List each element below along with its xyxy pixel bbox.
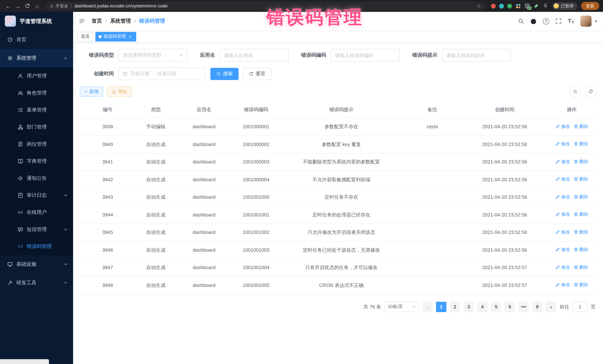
check-extension-icon[interactable]: ✓ bbox=[507, 3, 512, 8]
edit-link[interactable]: 修改 bbox=[556, 141, 570, 147]
export-button[interactable]: 导出 bbox=[107, 86, 132, 97]
add-button[interactable]: + 新增 bbox=[80, 86, 103, 97]
error-hint-input[interactable] bbox=[446, 53, 506, 58]
sidebar-item-audit-log[interactable]: 审计日志 bbox=[0, 187, 73, 204]
forward-icon[interactable]: → bbox=[13, 1, 22, 10]
edit-link[interactable]: 修改 bbox=[556, 123, 570, 130]
security-status: ⚠ 不安全 bbox=[50, 3, 68, 9]
delete-link[interactable]: 删除 bbox=[574, 176, 588, 182]
profile-paused-chip[interactable]: 已暂停 bbox=[552, 2, 577, 10]
caret-down-icon[interactable]: ▾ bbox=[595, 19, 597, 23]
show-search-button[interactable] bbox=[570, 86, 581, 97]
page-button[interactable]: ••• bbox=[518, 302, 529, 312]
filter-row-1: 错误码类型 请选择错误码类型 应用名 错误码编码 bbox=[80, 49, 596, 62]
delete-link[interactable]: 删除 bbox=[574, 264, 588, 270]
delete-link[interactable]: 删除 bbox=[574, 229, 588, 235]
delete-link[interactable]: 删除 bbox=[574, 141, 588, 147]
sidebar-item-sms[interactable]: 短信管理 bbox=[0, 221, 73, 238]
page-button[interactable]: 6 bbox=[505, 302, 515, 312]
page-button[interactable]: 8 bbox=[532, 302, 543, 312]
next-page-button[interactable]: › bbox=[546, 302, 556, 312]
home-icon[interactable]: ⌂ bbox=[33, 1, 42, 10]
reload-icon[interactable] bbox=[23, 1, 32, 10]
logo[interactable]: 芋道管理系统 bbox=[0, 12, 73, 30]
page-size-select[interactable]: 10条/页 bbox=[384, 302, 419, 312]
breadcrumb-system[interactable]: 系统管理 bbox=[110, 18, 131, 24]
sidebar-item-dictionary[interactable]: 字典管理 bbox=[0, 153, 73, 170]
page-button[interactable]: 1 bbox=[436, 302, 446, 312]
delete-link[interactable]: 删除 bbox=[574, 158, 588, 165]
cell-actions: 修改 删除 bbox=[547, 276, 596, 294]
chevron-down-icon bbox=[412, 305, 416, 309]
breadcrumb-home[interactable]: 首页 bbox=[92, 18, 102, 24]
sidebar-item-notices[interactable]: 通知公告 bbox=[0, 170, 73, 187]
proxy-extension-icon[interactable]: on bbox=[524, 3, 530, 9]
back-icon[interactable]: ← bbox=[4, 1, 13, 10]
sidebar-item-users[interactable]: 用户管理 bbox=[0, 67, 73, 85]
delete-link[interactable]: 删除 bbox=[574, 246, 588, 253]
delete-link[interactable]: 删除 bbox=[574, 193, 588, 200]
sidebar-item-dev-tools[interactable]: 研发工具 bbox=[0, 274, 73, 292]
browser-update-button[interactable]: 更新 bbox=[581, 2, 599, 10]
edit-link[interactable]: 修改 bbox=[556, 193, 570, 200]
sidebar-item-menus[interactable]: 菜单管理 bbox=[0, 101, 73, 119]
goto-page-input[interactable] bbox=[573, 302, 587, 312]
bookmark-star-icon[interactable]: ☆ bbox=[477, 3, 481, 9]
close-icon[interactable]: × bbox=[128, 34, 133, 39]
sidebar-item-system[interactable]: 系统管理 bbox=[0, 49, 73, 67]
cell-actions: 修改 删除 bbox=[547, 171, 596, 188]
sidebar-item-home[interactable]: 首页 bbox=[0, 30, 73, 49]
error-type-select[interactable]: 请选择错误码类型 bbox=[118, 49, 187, 62]
profile-emoji-icon bbox=[554, 3, 559, 9]
search-button[interactable]: 搜索 bbox=[210, 68, 239, 80]
github-icon[interactable] bbox=[530, 18, 537, 24]
edit-link[interactable]: 修改 bbox=[556, 211, 570, 218]
extension-icon[interactable] bbox=[499, 3, 504, 8]
page-button[interactable]: 4 bbox=[477, 302, 487, 312]
sidebar-item-error-code[interactable]: 错误码管理 bbox=[0, 238, 73, 255]
record-indicator-icon[interactable] bbox=[491, 3, 496, 8]
prev-page-button[interactable]: ‹ bbox=[422, 302, 433, 312]
apps-grid-icon[interactable] bbox=[515, 3, 521, 9]
col-id: 编号 bbox=[80, 101, 135, 118]
refresh-table-button[interactable] bbox=[585, 86, 596, 97]
leaf-extension-icon[interactable] bbox=[533, 3, 539, 9]
cell-remark bbox=[403, 259, 462, 276]
edit-link[interactable]: 修改 bbox=[556, 229, 570, 235]
reset-button[interactable]: 重置 bbox=[243, 68, 271, 80]
fullscreen-icon[interactable] bbox=[556, 18, 561, 24]
table-row: 3942 自动生成 dashboard 1001000004 不允许获取敏感配置… bbox=[80, 171, 596, 188]
edit-link[interactable]: 修改 bbox=[556, 264, 570, 270]
tab-error-code[interactable]: 错误码管理 × bbox=[95, 32, 136, 41]
delete-link[interactable]: 删除 bbox=[574, 281, 588, 288]
page-button[interactable]: 5 bbox=[491, 302, 501, 312]
edit-icon bbox=[556, 124, 560, 128]
error-code-input[interactable] bbox=[335, 53, 395, 58]
hamburger-icon[interactable] bbox=[79, 18, 85, 24]
help-icon[interactable]: ? bbox=[543, 18, 549, 24]
search-icon[interactable] bbox=[518, 18, 524, 24]
cell-time: 2021-04-20 23:52:57 bbox=[462, 259, 547, 276]
app-name-input[interactable] bbox=[224, 53, 284, 58]
edit-link[interactable]: 修改 bbox=[556, 158, 570, 165]
page-button[interactable]: 3 bbox=[464, 302, 474, 312]
address-bar[interactable]: ⚠ 不安全 dashboard.yudao.iocoder.cn/system/… bbox=[45, 2, 486, 10]
cell-code: 1001001004 bbox=[232, 259, 280, 276]
sidebar-item-departments[interactable]: 部门管理 bbox=[0, 119, 73, 136]
delete-link[interactable]: 删除 bbox=[574, 211, 588, 218]
edit-icon bbox=[556, 159, 560, 164]
sidebar-item-online-users[interactable]: 在线用户 bbox=[0, 204, 73, 221]
edit-link[interactable]: 修改 bbox=[556, 281, 570, 288]
edit-link[interactable]: 修改 bbox=[556, 246, 570, 253]
avatar[interactable] bbox=[580, 16, 592, 27]
date-range-picker[interactable]: 开始日期 - 结束日期 bbox=[118, 67, 205, 80]
pin-extension-icon[interactable] bbox=[542, 3, 548, 9]
sidebar-item-infrastructure[interactable]: 基础设施 bbox=[0, 255, 73, 274]
font-size-icon[interactable]: TT bbox=[568, 18, 574, 24]
sidebar-item-positions[interactable]: 岗位管理 bbox=[0, 136, 73, 153]
edit-link[interactable]: 修改 bbox=[556, 176, 570, 182]
sidebar-item-roles[interactable]: 角色管理 bbox=[0, 85, 73, 101]
page-button[interactable]: 2 bbox=[450, 302, 460, 312]
tab-home[interactable]: 首页 bbox=[78, 32, 93, 41]
delete-link[interactable]: 删除 bbox=[574, 123, 588, 130]
